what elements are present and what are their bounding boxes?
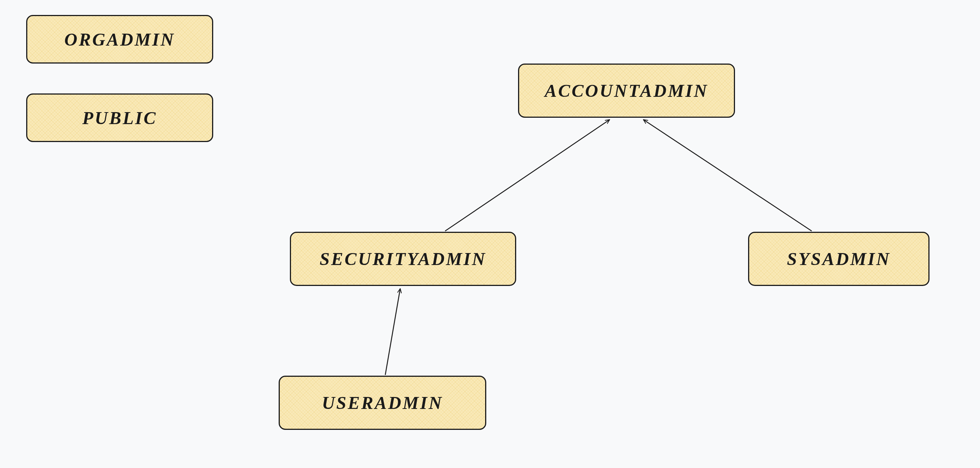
node-label: PUBLIC [82,108,157,128]
node-securityadmin: SECURITYADMIN [290,232,516,286]
node-label: SYSADMIN [787,249,891,269]
node-label: USERADMIN [322,392,443,413]
edge-useradmin-securityadmin [385,289,400,375]
node-label: SECURITYADMIN [320,249,487,269]
node-label: ORGADMIN [64,29,175,50]
node-label: ACCOUNTADMIN [545,80,708,101]
node-orgadmin: ORGADMIN [26,15,213,63]
node-accountadmin: ACCOUNTADMIN [518,63,735,118]
edge-sysadmin-accountadmin [643,120,812,231]
node-public: PUBLIC [26,94,213,142]
node-sysadmin: SYSADMIN [748,232,929,286]
node-useradmin: USERADMIN [278,376,486,430]
edge-securityadmin-accountadmin [445,120,610,231]
